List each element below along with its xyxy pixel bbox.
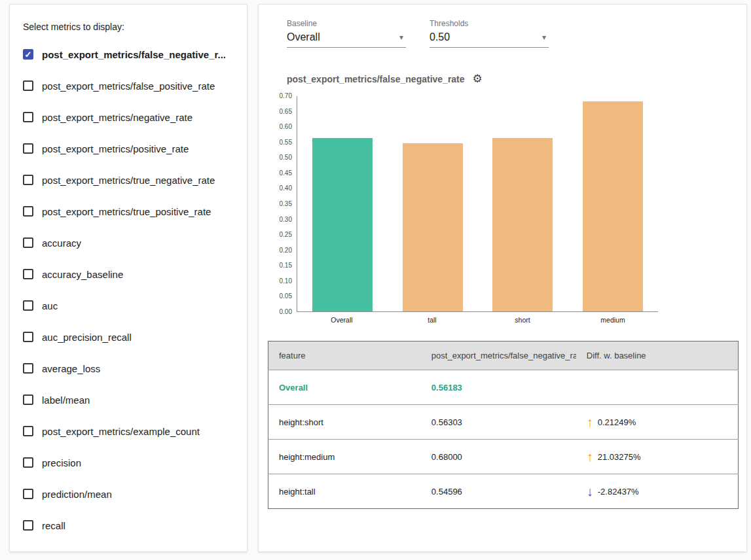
checkbox-unchecked-icon[interactable] bbox=[23, 520, 33, 531]
metric-label: prediction/mean bbox=[42, 489, 112, 500]
checkbox-unchecked-icon[interactable] bbox=[23, 143, 33, 154]
metric-item[interactable]: ✓post_export_metrics/false_negative_r... bbox=[23, 39, 234, 70]
bar-tall[interactable] bbox=[403, 143, 463, 311]
diff-value: 21.03275% bbox=[598, 452, 641, 462]
bar-medium[interactable] bbox=[583, 101, 643, 311]
y-tick-label: 0.20 bbox=[280, 247, 292, 254]
controls-row: Baseline Overall ▾ Thresholds 0.50 ▾ bbox=[259, 5, 746, 48]
feature-cell: height:tall bbox=[268, 474, 421, 509]
thresholds-value-row[interactable]: 0.50 ▾ bbox=[430, 29, 549, 48]
metric-label: accuracy_baseline bbox=[42, 269, 123, 280]
gear-icon[interactable]: ⚙ bbox=[473, 72, 483, 86]
metric-item[interactable]: post_export_metrics/example_count bbox=[23, 415, 234, 447]
table-row[interactable]: Overall0.56183 bbox=[268, 370, 739, 405]
metric-label: post_export_metrics/false_positive_rate bbox=[42, 80, 215, 92]
dropdown-arrow-icon[interactable]: ▾ bbox=[399, 33, 403, 42]
metric-item[interactable]: accuracy bbox=[23, 227, 234, 258]
y-tick-label: 0.60 bbox=[280, 124, 292, 130]
bar-short[interactable] bbox=[492, 138, 553, 311]
bar-overall[interactable] bbox=[312, 138, 373, 311]
metric-item[interactable]: label/mean bbox=[23, 384, 234, 415]
metrics-list: ✓post_export_metrics/false_negative_r...… bbox=[23, 39, 234, 541]
checkbox-unchecked-icon[interactable] bbox=[23, 269, 33, 279]
x-tick-label: short bbox=[477, 316, 568, 324]
bar-slot bbox=[388, 96, 478, 311]
metric-select-title: Select metrics to display: bbox=[23, 22, 234, 32]
checkbox-unchecked-icon[interactable] bbox=[23, 237, 33, 248]
table-row[interactable]: height:medium0.68000↑21.03275% bbox=[268, 440, 739, 474]
metric-item[interactable]: post_export_metrics/true_positive_rate bbox=[23, 196, 234, 227]
metric-item[interactable]: auc_precision_recall bbox=[23, 321, 234, 353]
checkbox-unchecked-icon[interactable] bbox=[23, 332, 33, 342]
dropdown-arrow-icon[interactable]: ▾ bbox=[542, 33, 546, 42]
y-tick-label: 0.30 bbox=[280, 217, 292, 223]
bar-chart: 0.000.050.100.150.200.250.300.350.400.45… bbox=[273, 96, 746, 324]
chart-plot bbox=[297, 96, 658, 312]
feature-cell: height:medium bbox=[268, 440, 421, 474]
up-arrow-icon: ↑ bbox=[587, 415, 593, 429]
metric-label: post_export_metrics/false_negative_r... bbox=[42, 49, 226, 60]
metric-label: auc_precision_recall bbox=[42, 332, 132, 343]
chart-title: post_export_metrics/false_negative_rate bbox=[287, 74, 465, 84]
diff-cell: ↑21.03275% bbox=[576, 440, 739, 474]
y-tick-label: 0.35 bbox=[280, 201, 292, 207]
checkbox-unchecked-icon[interactable] bbox=[23, 80, 33, 91]
up-arrow-icon: ↑ bbox=[587, 449, 593, 464]
checkbox-unchecked-icon[interactable] bbox=[23, 175, 33, 185]
metric-item[interactable]: average_loss bbox=[23, 353, 234, 384]
thresholds-dropdown[interactable]: Thresholds 0.50 ▾ bbox=[430, 19, 549, 48]
table-header-cell: post_export_metrics/false_negative_rat..… bbox=[421, 341, 576, 370]
metric-item[interactable]: precision bbox=[23, 447, 234, 478]
checkbox-unchecked-icon[interactable] bbox=[23, 300, 33, 311]
table-row[interactable]: height:tall0.54596↓-2.82437% bbox=[268, 474, 739, 509]
checkbox-unchecked-icon[interactable] bbox=[23, 363, 33, 374]
metric-label: post_export_metrics/example_count bbox=[42, 426, 200, 437]
baseline-dropdown[interactable]: Baseline Overall ▾ bbox=[287, 19, 406, 48]
checkbox-unchecked-icon[interactable] bbox=[23, 112, 33, 122]
metric-label: recall bbox=[42, 520, 65, 531]
checkbox-checked-icon[interactable]: ✓ bbox=[23, 49, 33, 60]
baseline-value: Overall bbox=[287, 31, 320, 43]
metric-item[interactable]: post_export_metrics/positive_rate bbox=[23, 133, 234, 164]
diff-value: -2.82437% bbox=[598, 487, 639, 497]
metric-item[interactable]: auc bbox=[23, 290, 234, 321]
x-tick-label: tall bbox=[387, 316, 477, 324]
results-panel: Baseline Overall ▾ Thresholds 0.50 ▾ pos… bbox=[258, 4, 747, 552]
checkbox-unchecked-icon[interactable] bbox=[23, 426, 33, 436]
table-row[interactable]: height:short0.56303↑0.21249% bbox=[268, 405, 739, 440]
diff-cell bbox=[576, 370, 739, 405]
metric-label: post_export_metrics/positive_rate bbox=[42, 143, 189, 154]
metric-item[interactable]: post_export_metrics/true_negative_rate bbox=[23, 164, 234, 196]
table-header-cell: Diff. w. baseline bbox=[576, 341, 739, 370]
table-header-cell: feature bbox=[268, 341, 421, 370]
y-tick-label: 0.50 bbox=[280, 154, 292, 161]
bar-slot bbox=[297, 96, 388, 311]
metric-item[interactable]: post_export_metrics/false_positive_rate bbox=[23, 70, 234, 101]
thresholds-label: Thresholds bbox=[430, 19, 549, 28]
y-axis: 0.000.050.100.150.200.250.300.350.400.45… bbox=[273, 96, 297, 312]
metric-label: post_export_metrics/negative_rate bbox=[42, 112, 192, 123]
chart-plot-wrap: 0.000.050.100.150.200.250.300.350.400.45… bbox=[273, 96, 746, 312]
metric-select-panel: Select metrics to display: ✓post_export_… bbox=[9, 4, 247, 552]
checkbox-unchecked-icon[interactable] bbox=[23, 457, 33, 468]
diff-value: 0.21249% bbox=[598, 417, 636, 427]
checkbox-unchecked-icon[interactable] bbox=[23, 489, 33, 499]
metric-label: auc bbox=[42, 300, 58, 311]
metric-label: precision bbox=[42, 457, 81, 468]
metric-item[interactable]: recall bbox=[23, 510, 234, 541]
metric-item[interactable]: post_export_metrics/negative_rate bbox=[23, 101, 234, 133]
checkbox-unchecked-icon[interactable] bbox=[23, 394, 33, 405]
metric-item[interactable]: accuracy_baseline bbox=[23, 258, 234, 290]
bar-slot bbox=[568, 96, 658, 311]
table-body: Overall0.56183height:short0.56303↑0.2124… bbox=[268, 370, 739, 509]
checkbox-unchecked-icon[interactable] bbox=[23, 206, 33, 217]
baseline-value-row[interactable]: Overall ▾ bbox=[287, 29, 406, 48]
metric-item[interactable]: prediction/mean bbox=[23, 478, 234, 510]
value-cell: 0.68000 bbox=[421, 440, 576, 474]
y-tick-label: 0.15 bbox=[280, 262, 292, 269]
chart-title-row: post_export_metrics/false_negative_rate … bbox=[287, 72, 746, 86]
y-tick-label: 0.45 bbox=[280, 170, 292, 177]
metric-label: post_export_metrics/true_positive_rate bbox=[42, 206, 211, 217]
x-tick-label: Overall bbox=[297, 316, 387, 324]
table-header-row: featurepost_export_metrics/false_negativ… bbox=[268, 341, 739, 370]
